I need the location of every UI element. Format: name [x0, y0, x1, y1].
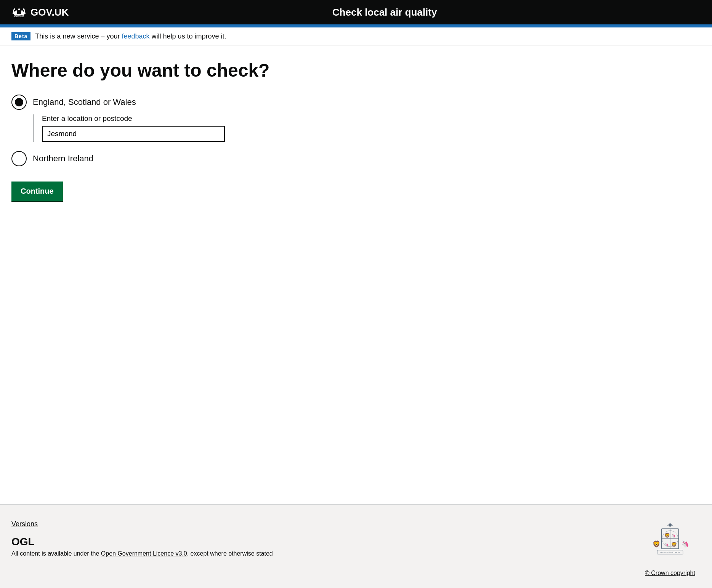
- svg-marker-8: [667, 523, 674, 527]
- gov-uk-logo[interactable]: GOV.UK GOV.UK: [11, 5, 69, 20]
- ogl-text-after: , except where otherwise stated: [187, 550, 273, 557]
- location-input-label: Enter a location or postcode: [42, 114, 354, 123]
- location-input[interactable]: [42, 126, 225, 142]
- svg-text:🦄: 🦄: [664, 543, 669, 547]
- ogl-licence-link[interactable]: Open Government Licence v3.0: [101, 550, 187, 557]
- svg-text:🦄: 🦄: [681, 540, 689, 548]
- radio-item-northern-ireland: Northern Ireland: [11, 151, 354, 166]
- location-radio-group: England, Scotland or Wales Enter a locat…: [11, 95, 354, 166]
- beta-tag: Beta: [11, 32, 30, 40]
- svg-text:🦄: 🦄: [671, 533, 676, 538]
- radio-label-text-northern-ireland: Northern Ireland: [33, 154, 93, 164]
- radio-northern-ireland[interactable]: [11, 151, 27, 166]
- beta-text-before: This is a new service – your: [35, 32, 122, 40]
- svg-text:DIEU ET MON DROIT: DIEU ET MON DROIT: [660, 551, 680, 554]
- ogl-logo: OGL: [11, 536, 273, 548]
- ogl-text: All content is available under the Open …: [11, 550, 273, 557]
- main-content: Where do you want to check? England, Sco…: [0, 45, 366, 504]
- ogl-text-before: All content is available under the: [11, 550, 101, 557]
- svg-text:🦁: 🦁: [653, 540, 661, 548]
- radio-england-scotland-wales[interactable]: [11, 95, 27, 110]
- crown-copyright-link[interactable]: © Crown copyright: [645, 570, 695, 577]
- radio-label-text-england: England, Scotland or Wales: [33, 97, 136, 107]
- footer-left: Versions OGL All content is available un…: [11, 520, 273, 557]
- radio-label-northern-ireland[interactable]: Northern Ireland: [11, 151, 354, 166]
- versions-link[interactable]: Versions: [11, 520, 273, 528]
- site-header: GOV.UK GOV.UK Check local air quality: [0, 0, 712, 24]
- feedback-link[interactable]: feedback: [122, 32, 149, 40]
- site-footer: Versions OGL All content is available un…: [0, 504, 712, 588]
- beta-message: This is a new service – your feedback wi…: [35, 32, 226, 40]
- coat-of-arms-icon: 🦁 🦄 🦄 🦁 🦁 🦄 DIEU ET MON DROIT: [640, 520, 701, 566]
- svg-text:🦁: 🦁: [671, 541, 677, 547]
- footer-right: 🦁 🦄 🦄 🦁 🦁 🦄 DIEU ET MON DROIT © Crown co…: [640, 520, 701, 577]
- svg-text:🦁: 🦁: [664, 532, 670, 538]
- crown-logo-icon: GOV.UK: [11, 5, 27, 20]
- beta-banner: Beta This is a new service – your feedba…: [0, 27, 712, 45]
- beta-text-after: will help us to improve it.: [150, 32, 226, 40]
- conditional-reveal-england: Enter a location or postcode: [33, 114, 354, 142]
- page-heading: Where do you want to check?: [11, 61, 354, 81]
- ogl-section: OGL All content is available under the O…: [11, 536, 273, 557]
- continue-button[interactable]: Continue: [11, 182, 63, 201]
- gov-uk-logo-text: GOV.UK: [30, 6, 69, 18]
- radio-label-england-scotland-wales[interactable]: England, Scotland or Wales: [11, 95, 354, 110]
- service-title: Check local air quality: [69, 6, 701, 18]
- blue-accent-bar: [0, 24, 712, 27]
- radio-item-england: England, Scotland or Wales Enter a locat…: [11, 95, 354, 142]
- svg-text:GOV.UK: GOV.UK: [14, 15, 24, 18]
